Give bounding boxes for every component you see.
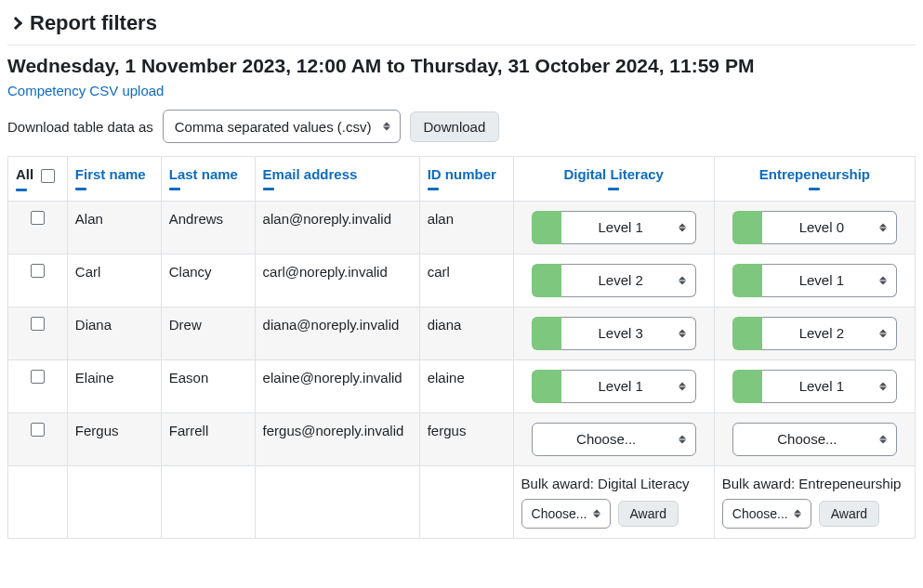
- collapse-icon[interactable]: [428, 188, 439, 190]
- cell-email: alan@noreply.invalid: [255, 201, 419, 254]
- cell-id: carl: [419, 254, 513, 307]
- download-label: Download table data as: [7, 119, 153, 135]
- select-caret-icon: [794, 509, 801, 517]
- select-caret-icon: [679, 276, 686, 284]
- collapse-icon[interactable]: [263, 188, 274, 190]
- header-id-label: ID number: [428, 166, 496, 182]
- cell-digital-literacy: Level 1: [513, 359, 714, 412]
- header-first-name-label: First name: [75, 166, 146, 182]
- cell-digital-literacy: Level 3: [513, 307, 714, 359]
- level-select-entrepeneurship[interactable]: Level 1: [762, 370, 897, 403]
- bulk-award-digital-literacy: Bulk award: Digital Literacy Choose... A…: [513, 465, 714, 538]
- download-row: Download table data as Comma separated v…: [7, 110, 916, 143]
- level-select-value: Level 3: [598, 325, 642, 341]
- header-digital-literacy[interactable]: Digital Literacy: [513, 157, 714, 202]
- bulk-award-select-2[interactable]: Choose...: [722, 499, 811, 529]
- cell-last-name: Farrell: [161, 412, 255, 465]
- row-checkbox-cell: [8, 201, 68, 254]
- cell-last-name: Drew: [161, 307, 255, 359]
- cell-last-name: Clancy: [161, 254, 255, 307]
- cell-entrepeneurship: Level 0: [714, 201, 915, 254]
- select-caret-icon: [879, 382, 887, 390]
- download-button[interactable]: Download: [410, 111, 500, 142]
- level-select-value: Level 1: [598, 378, 642, 394]
- report-table: All First name Last name Email address I…: [7, 156, 916, 539]
- bulk-award-label-1: Bulk award: Digital Literacy: [521, 476, 706, 491]
- cell-id: elaine: [419, 359, 513, 412]
- collapse-icon[interactable]: [809, 188, 820, 190]
- bulk-award-button-1[interactable]: Award: [618, 501, 679, 527]
- level-select-entrepeneurship[interactable]: Level 1: [762, 264, 897, 297]
- cell-email: carl@noreply.invalid: [255, 254, 419, 307]
- cell-first-name: Carl: [67, 254, 161, 307]
- level-select-digital-literacy[interactable]: Level 2: [561, 264, 696, 297]
- cell-first-name: Fergus: [67, 412, 161, 465]
- header-last-name-label: Last name: [169, 166, 238, 182]
- level-select-value: Level 2: [598, 272, 642, 288]
- cell-email: fergus@noreply.invalid: [255, 412, 419, 465]
- row-checkbox[interactable]: [31, 317, 45, 331]
- level-select-entrepeneurship[interactable]: Choose...: [732, 423, 897, 456]
- download-format-select[interactable]: Comma separated values (.csv): [163, 110, 401, 143]
- level-select-digital-literacy[interactable]: Level 1: [561, 211, 696, 244]
- level-select-entrepeneurship[interactable]: Level 0: [762, 211, 897, 244]
- report-filters-title: Report filters: [30, 11, 157, 35]
- select-caret-icon: [679, 435, 686, 443]
- select-caret-icon: [879, 435, 887, 443]
- collapse-icon[interactable]: [608, 188, 619, 190]
- cell-id: fergus: [419, 412, 513, 465]
- level-indicator: [532, 317, 561, 350]
- download-format-value: Comma separated values (.csv): [175, 119, 372, 135]
- header-first-name[interactable]: First name: [67, 157, 161, 202]
- select-caret-icon: [679, 329, 686, 337]
- bulk-award-label-2: Bulk award: Entrepeneurship: [722, 476, 907, 491]
- table-header-row: All First name Last name Email address I…: [8, 157, 916, 202]
- cell-last-name: Eason: [161, 359, 255, 412]
- select-caret-icon: [383, 123, 390, 131]
- table-row: Alan Andrews alan@noreply.invalid alan L…: [8, 201, 916, 254]
- level-select-digital-literacy[interactable]: Level 3: [561, 317, 696, 350]
- bulk-award-button-2[interactable]: Award: [819, 501, 879, 527]
- cell-digital-literacy: Level 1: [513, 201, 714, 254]
- row-checkbox[interactable]: [31, 264, 45, 278]
- collapse-icon[interactable]: [169, 188, 180, 190]
- header-entrepeneurship[interactable]: Entrepeneurship: [714, 157, 915, 202]
- level-indicator: [732, 370, 762, 403]
- row-checkbox[interactable]: [31, 423, 45, 437]
- header-all: All: [8, 157, 68, 202]
- collapse-icon[interactable]: [16, 189, 27, 191]
- cell-id: diana: [419, 307, 513, 359]
- row-checkbox-cell: [8, 359, 68, 412]
- level-select-digital-literacy[interactable]: Choose...: [532, 423, 696, 456]
- row-checkbox[interactable]: [31, 211, 45, 225]
- select-caret-icon: [879, 276, 887, 284]
- level-select-entrepeneurship[interactable]: Level 2: [762, 317, 897, 350]
- report-filters-header[interactable]: Report filters: [7, 7, 916, 46]
- level-select-value: Choose...: [777, 431, 837, 447]
- level-select-digital-literacy[interactable]: Level 1: [561, 370, 696, 403]
- level-select-value: Level 1: [799, 378, 844, 394]
- cell-email: elaine@noreply.invalid: [255, 359, 419, 412]
- collapse-icon[interactable]: [75, 188, 86, 190]
- select-all-checkbox[interactable]: [41, 169, 55, 183]
- bulk-award-select-1[interactable]: Choose...: [521, 499, 611, 529]
- row-checkbox[interactable]: [31, 370, 45, 384]
- competency-csv-upload-link[interactable]: Competency CSV upload: [7, 83, 164, 98]
- level-indicator: [532, 370, 561, 403]
- header-entrepeneurship-label: Entrepeneurship: [759, 166, 870, 182]
- table-row: Diana Drew diana@noreply.invalid diana L…: [8, 307, 916, 359]
- header-email[interactable]: Email address: [255, 157, 419, 202]
- header-all-label: All: [16, 166, 33, 182]
- level-select-value: Choose...: [576, 431, 636, 447]
- header-id[interactable]: ID number: [419, 157, 513, 202]
- cell-first-name: Elaine: [67, 359, 161, 412]
- select-caret-icon: [879, 223, 887, 231]
- header-last-name[interactable]: Last name: [161, 157, 255, 202]
- bulk-award-row: Bulk award: Digital Literacy Choose... A…: [8, 465, 916, 538]
- level-select-value: Level 1: [799, 272, 844, 288]
- table-row: Fergus Farrell fergus@noreply.invalid fe…: [8, 412, 916, 465]
- cell-entrepeneurship: Level 1: [714, 359, 915, 412]
- cell-last-name: Andrews: [161, 201, 255, 254]
- chevron-right-icon: [9, 17, 22, 30]
- cell-digital-literacy: Level 2: [513, 254, 714, 307]
